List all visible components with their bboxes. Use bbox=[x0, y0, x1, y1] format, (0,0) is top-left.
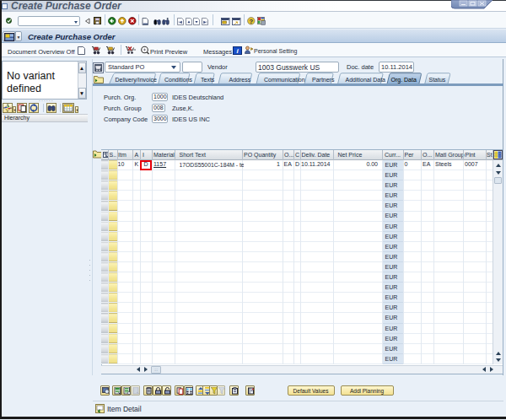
svg-text:Status: Status bbox=[429, 77, 446, 83]
svg-text:Address: Address bbox=[229, 77, 251, 83]
svg-text:?: ? bbox=[250, 18, 254, 25]
svg-text:Texts: Texts bbox=[201, 77, 215, 83]
svg-text:Conditions: Conditions bbox=[164, 77, 193, 83]
svg-text:Communication: Communication bbox=[264, 77, 305, 83]
svg-text:Org. Data: Org. Data bbox=[391, 77, 417, 83]
svg-text:Partners: Partners bbox=[312, 77, 335, 83]
svg-text:Additional Data: Additional Data bbox=[346, 77, 386, 83]
svg-text:Delivery/Invoice: Delivery/Invoice bbox=[116, 77, 158, 83]
